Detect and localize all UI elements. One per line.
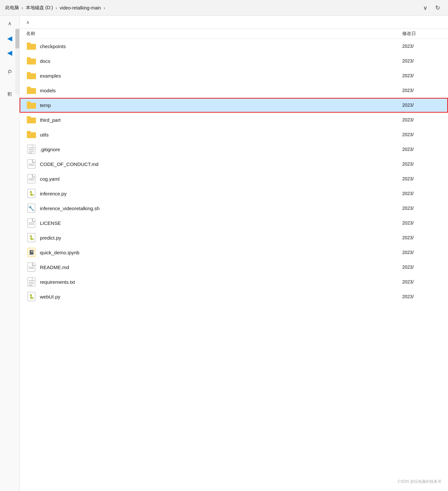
sidebar-g-label: G. <box>7 70 12 75</box>
file-name-label: inference.py <box>40 191 402 196</box>
sep2: › <box>56 5 57 10</box>
scrollbar-thumb[interactable] <box>15 29 19 48</box>
file-row[interactable]: .gitignore2023/ <box>20 142 448 157</box>
file-date-label: 2023/ <box>402 176 441 181</box>
generic-icon <box>26 218 37 228</box>
file-name-label: inference_videoretalking.sh <box>40 206 402 211</box>
notebook-icon: 📓 <box>26 247 37 258</box>
file-row[interactable]: utils2023/ <box>20 127 448 142</box>
file-row[interactable]: third_part2023/ <box>20 113 448 127</box>
sidebar-mark1: ◀ <box>6 34 14 42</box>
folder-icon <box>26 100 37 110</box>
file-row[interactable]: LICENSE2023/ <box>20 216 448 230</box>
folder-label[interactable]: video-retalking-main <box>60 5 101 10</box>
sidebar-up-arrow[interactable]: ∧ <box>7 19 13 28</box>
pc-label[interactable]: 此电脑 <box>5 5 19 11</box>
text-icon <box>26 144 37 155</box>
breadcrumb-bar: 此电脑 › 本地磁盘 (D:) › video-retalking-main ›… <box>0 0 448 16</box>
sidebar: ∧ ◀ ◀ G. 初 <box>0 16 20 491</box>
file-date-label: 2023/ <box>402 88 441 93</box>
file-name-label: utils <box>40 132 402 137</box>
file-date-label: 2023/ <box>402 73 441 78</box>
file-date-label: 2023/ <box>402 132 441 137</box>
shell-icon: 🔧 <box>26 203 37 213</box>
file-row[interactable]: 📓quick_demo.ipynb2023/ <box>20 245 448 260</box>
file-name-label: CODE_OF_CONDUCT.md <box>40 161 402 167</box>
python-icon: 🐍 <box>26 188 37 199</box>
file-date-label: 2023/ <box>402 117 441 122</box>
file-name-label: requirements.txt <box>40 279 402 285</box>
file-name-label: README.md <box>40 264 402 270</box>
file-area: ∧ 名称 修改日 checkpoints2023/docs2023/exampl… <box>20 16 448 491</box>
file-date-label: 2023/ <box>402 279 441 284</box>
folder-icon <box>26 85 37 96</box>
file-row[interactable]: requirements.txt2023/ <box>20 275 448 289</box>
folder-icon <box>26 56 37 66</box>
folder-icon <box>26 115 37 125</box>
file-name-label: docs <box>40 58 402 64</box>
file-row[interactable]: examples2023/ <box>20 68 448 83</box>
file-name-label: cog.yaml <box>40 176 402 182</box>
file-date-label: 2023/ <box>402 58 441 64</box>
file-row[interactable]: temp2023/ <box>20 98 448 113</box>
col-date-header: 修改日 <box>402 31 441 37</box>
file-name-label: LICENSE <box>40 220 402 226</box>
file-date-label: 2023/ <box>402 191 441 196</box>
file-date-label: 2023/ <box>402 220 441 226</box>
file-row[interactable]: cog.yaml2023/ <box>20 172 448 186</box>
file-row[interactable]: docs2023/ <box>20 54 448 68</box>
file-row[interactable]: 🔧inference_videoretalking.sh2023/ <box>20 201 448 216</box>
file-date-label: 2023/ <box>402 264 441 270</box>
file-date-label: 2023/ <box>402 44 441 49</box>
text-icon <box>26 277 37 287</box>
disk-label[interactable]: 本地磁盘 (D:) <box>26 5 53 11</box>
file-row[interactable]: 🐍predict.py2023/ <box>20 230 448 245</box>
breadcrumb-actions: ∨ ↻ <box>421 3 443 13</box>
file-date-label: 2023/ <box>402 102 441 108</box>
sep3: › <box>104 5 105 10</box>
sep1: › <box>22 5 23 10</box>
sort-header: ∧ <box>20 16 448 29</box>
refresh-button[interactable]: ↻ <box>433 3 443 13</box>
file-name-label: checkpoints <box>40 44 402 49</box>
sidebar-mark2: ◀ <box>6 49 14 57</box>
file-row[interactable]: checkpoints2023/ <box>20 39 448 54</box>
generic-icon <box>26 173 37 184</box>
dropdown-button[interactable]: ∨ <box>421 3 430 13</box>
file-row[interactable]: CODE_OF_CONDUCT.md2023/ <box>20 157 448 172</box>
file-date-label: 2023/ <box>402 147 441 152</box>
file-list: checkpoints2023/docs2023/examples2023/mo… <box>20 39 448 304</box>
file-name-label: examples <box>40 73 402 79</box>
file-row[interactable]: models2023/ <box>20 83 448 98</box>
file-name-label: webUI.py <box>40 294 402 300</box>
file-date-label: 2023/ <box>402 250 441 255</box>
file-row[interactable]: 🐍webUI.py2023/ <box>20 289 448 304</box>
column-headers: 名称 修改日 <box>20 29 448 39</box>
file-name-label: .gitignore <box>40 147 402 152</box>
folder-icon <box>26 41 37 51</box>
file-row[interactable]: 🐍inference.py2023/ <box>20 186 448 201</box>
generic-icon <box>26 159 37 169</box>
file-date-label: 2023/ <box>402 235 441 240</box>
file-date-label: 2023/ <box>402 206 441 211</box>
python-icon: 🐍 <box>26 232 37 243</box>
scrollbar-track[interactable] <box>15 29 19 94</box>
main-layout: ∧ ◀ ◀ G. 初 ∧ 名称 修改日 checkpoints2023/docs… <box>0 16 448 491</box>
col-name-header: 名称 <box>26 31 402 37</box>
file-date-label: 2023/ <box>402 294 441 299</box>
python-icon: 🐍 <box>26 291 37 302</box>
file-name-label: third_part <box>40 117 402 123</box>
folder-icon <box>26 129 37 140</box>
sort-up-arrow: ∧ <box>26 20 29 25</box>
file-name-label: temp <box>40 102 402 108</box>
folder-icon <box>26 70 37 81</box>
file-name-label: quick_demo.ipynb <box>40 250 402 255</box>
file-name-label: predict.py <box>40 235 402 241</box>
file-row[interactable]: README.md2023/ <box>20 260 448 275</box>
watermark: CSDN @玩电脑的辣条哥 <box>398 479 441 484</box>
generic-icon <box>26 262 37 272</box>
file-date-label: 2023/ <box>402 161 441 167</box>
file-name-label: models <box>40 88 402 93</box>
